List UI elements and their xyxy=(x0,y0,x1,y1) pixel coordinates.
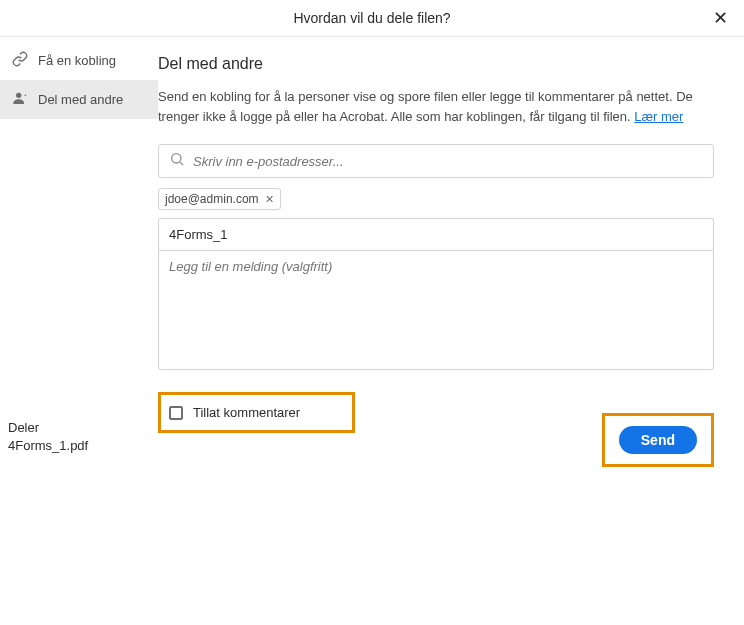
allow-comments-label: Tillat kommentarer xyxy=(193,405,340,420)
main-description: Send en kobling for å la personer vise o… xyxy=(158,87,714,126)
sidebar-footer: Deler 4Forms_1.pdf xyxy=(0,419,158,625)
sharing-label: Deler xyxy=(8,419,150,437)
email-input-container[interactable] xyxy=(158,144,714,178)
allow-comments-row: Tillat kommentarer xyxy=(158,392,355,433)
person-add-icon xyxy=(12,90,28,109)
email-chip: jdoe@admin.com ✕ xyxy=(158,188,281,210)
form-fields xyxy=(158,218,714,374)
sharing-filename: 4Forms_1.pdf xyxy=(8,437,150,455)
sidebar-item-share-others[interactable]: Del med andre xyxy=(0,80,158,119)
svg-point-0 xyxy=(16,93,21,98)
subject-input[interactable] xyxy=(158,218,714,250)
sidebar-item-get-link[interactable]: Få en kobling xyxy=(0,41,158,80)
chip-remove-icon[interactable]: ✕ xyxy=(265,194,274,205)
link-icon xyxy=(12,51,28,70)
sidebar-item-label: Del med andre xyxy=(38,92,123,107)
svg-line-2 xyxy=(180,162,183,165)
allow-comments-checkbox[interactable] xyxy=(169,406,183,420)
message-input[interactable] xyxy=(158,250,714,370)
dialog-body: Få en kobling Del med andre Deler 4Forms… xyxy=(0,36,744,625)
search-icon xyxy=(169,151,193,171)
close-icon[interactable]: ✕ xyxy=(713,9,728,27)
main-panel: Del med andre Send en kobling for å la p… xyxy=(158,37,744,625)
chip-label: jdoe@admin.com xyxy=(165,192,259,206)
sidebar: Få en kobling Del med andre Deler 4Forms… xyxy=(0,37,158,625)
email-input[interactable] xyxy=(193,154,703,169)
send-highlight: Send xyxy=(602,413,714,467)
learn-more-link[interactable]: Lær mer xyxy=(634,109,683,124)
dialog-header: Hvordan vil du dele filen? ✕ xyxy=(0,0,744,36)
main-title: Del med andre xyxy=(158,55,714,73)
send-button[interactable]: Send xyxy=(619,426,697,454)
svg-point-1 xyxy=(172,154,181,163)
description-text: Send en kobling for å la personer vise o… xyxy=(158,89,693,124)
sidebar-item-label: Få en kobling xyxy=(38,53,116,68)
dialog-title: Hvordan vil du dele filen? xyxy=(293,10,450,26)
